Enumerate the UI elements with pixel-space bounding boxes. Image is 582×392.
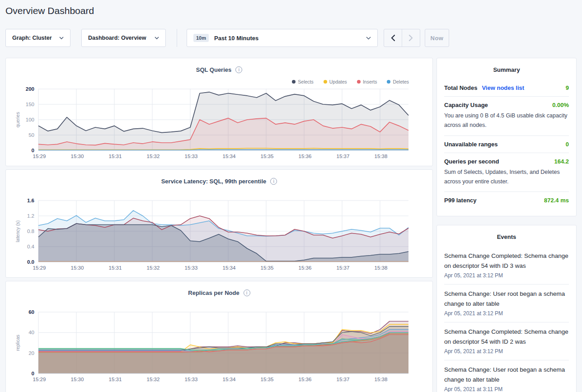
summary-description: You are using 0 B of 4.5 GiB usable disk… (444, 111, 569, 131)
service-latency-plot: 0.00.40.81.21.615:2915:3015:3115:3215:33… (6, 188, 433, 280)
summary-value: 164.2 (554, 158, 569, 165)
summary-description: Sum of Selects, Updates, Inserts, and De… (444, 168, 569, 187)
x-tick-label: 15:33 (185, 265, 198, 271)
x-tick-label: 15:32 (147, 377, 160, 382)
y-tick-label: 0.8 (27, 229, 34, 234)
x-tick-label: 15:32 (147, 154, 160, 159)
x-tick-label: 15:36 (299, 154, 312, 159)
x-tick-label: 15:36 (299, 265, 312, 271)
summary-panel: Summary Total Nodes View nodes list 9 Ca… (436, 58, 577, 216)
chevron-down-icon (155, 37, 159, 39)
events-panel: Events Schema Change Completed: Schema c… (436, 225, 577, 392)
chart-title: Service Latency: SQL, 99th percentile (161, 178, 267, 185)
summary-title: Summary (444, 66, 569, 73)
x-tick-label: 15:38 (375, 265, 388, 271)
x-tick-label: 15:37 (337, 154, 350, 159)
y-tick-label: 0.4 (27, 244, 35, 249)
chart-svg: 020406015:2915:3015:3115:3215:3315:3415:… (6, 299, 433, 392)
x-tick-label: 15:34 (223, 154, 236, 159)
summary-label: Total Nodes (444, 84, 477, 91)
info-icon[interactable]: i (270, 178, 277, 185)
x-tick-label: 15:29 (33, 377, 46, 382)
chart-title: Replicas per Node (188, 289, 239, 296)
page-title: Overview Dashboard (5, 5, 94, 16)
series-line-Deletes (38, 150, 408, 150)
y-tick-label: 0.0 (27, 259, 34, 265)
now-button[interactable]: Now (425, 29, 449, 47)
y-axis-label: replicas (15, 335, 20, 351)
graph-dropdown-label: Graph: Cluster (12, 35, 52, 41)
x-tick-label: 15:34 (223, 377, 236, 382)
x-tick-label: 15:30 (71, 377, 84, 382)
summary-label: P99 latency (444, 197, 477, 204)
summary-row-capacity-usage: Capacity Usage 0.00% You are using 0 B o… (444, 97, 569, 135)
event-timestamp: Apr 05, 2021 at 3:11 PM (444, 386, 569, 392)
x-tick-label: 15:37 (337, 265, 350, 271)
y-tick-label: 150 (26, 102, 34, 107)
summary-value: 0 (566, 141, 569, 148)
event-list-item[interactable]: Schema Change Completed: Schema change o… (444, 247, 569, 284)
event-list-item[interactable]: Schema Change: User root began a schema … (444, 285, 569, 322)
summary-row-queries-per-second: Queries per second 164.2 Sum of Selects,… (444, 153, 569, 192)
summary-row-p99-latency: P99 latency 872.4 ms (444, 192, 569, 209)
summary-row-unavailable-ranges: Unavailable ranges 0 (444, 136, 569, 153)
x-tick-label: 15:33 (185, 377, 198, 382)
replicas-per-node-chart-card: Replicas per Node i 020406015:2915:3015:… (5, 281, 433, 392)
event-list-item[interactable]: Schema Change Completed: Schema change o… (444, 322, 569, 360)
time-range-label: Past 10 Minutes (214, 35, 366, 42)
dashboard-toolbar: Graph: Cluster Dashboard: Overview 10m P… (0, 29, 582, 47)
y-axis-label: queries (15, 112, 20, 127)
y-tick-label: 40 (28, 330, 34, 335)
next-time-range-button[interactable] (402, 29, 420, 47)
toolbar-divider (177, 29, 177, 47)
event-timestamp: Apr 05, 2021 at 3:12 PM (444, 348, 569, 355)
x-tick-label: 15:38 (375, 377, 388, 382)
summary-label: Queries per second (444, 158, 499, 165)
service-latency-chart-card: Service Latency: SQL, 99th percentile i … (5, 169, 433, 278)
event-timestamp: Apr 05, 2021 at 3:12 PM (444, 310, 569, 317)
graph-dropdown[interactable]: Graph: Cluster (5, 29, 70, 47)
chevron-right-icon (409, 35, 413, 41)
summary-label: Unavailable ranges (444, 141, 498, 148)
x-tick-label: 15:32 (147, 265, 160, 271)
chart-title: SQL Queries (196, 66, 232, 73)
dashboard-dropdown-label: Dashboard: Overview (88, 35, 146, 41)
event-list-item[interactable]: Schema Change: User root began a schema … (444, 360, 569, 392)
chevron-left-icon (391, 35, 395, 41)
event-text: Schema Change Completed: Schema change o… (444, 251, 569, 271)
y-axis-label: latency (s) (15, 220, 20, 242)
previous-time-range-button[interactable] (384, 29, 402, 47)
summary-value: 872.4 ms (544, 197, 569, 204)
x-tick-label: 15:37 (337, 377, 350, 382)
event-text: Schema Change: User root began a schema … (444, 289, 569, 309)
x-tick-label: 15:38 (375, 154, 388, 159)
sql-queries-chart-card: SQL Queries i Selects Updates Inserts De… (5, 58, 433, 166)
x-tick-label: 15:35 (261, 154, 274, 159)
info-icon[interactable]: i (235, 66, 242, 73)
event-text: Schema Change: User root began a schema … (444, 365, 569, 385)
x-tick-label: 15:36 (299, 377, 312, 382)
x-tick-label: 15:30 (71, 154, 84, 159)
y-tick-label: 60 (28, 309, 34, 315)
time-range-picker[interactable]: 10m Past 10 Minutes (187, 29, 378, 47)
y-tick-label: 100 (26, 117, 34, 122)
chart-svg: 05010015020015:2915:3015:3115:3215:3315:… (6, 76, 433, 169)
summary-value: 0.00% (552, 102, 569, 108)
y-tick-label: 200 (26, 86, 34, 92)
view-nodes-list-link[interactable]: View nodes list (482, 84, 524, 91)
event-text: Schema Change Completed: Schema change o… (444, 327, 569, 347)
x-tick-label: 15:31 (109, 154, 122, 159)
time-step-button-group (384, 29, 420, 47)
chevron-down-icon (366, 37, 371, 40)
dashboard-dropdown[interactable]: Dashboard: Overview (81, 29, 166, 47)
y-tick-label: 0 (32, 148, 34, 153)
sql-queries-plot: 05010015020015:2915:3015:3115:3215:3315:… (6, 76, 433, 169)
x-tick-label: 15:33 (185, 154, 198, 159)
info-icon[interactable]: i (244, 289, 250, 296)
events-title: Events (444, 233, 569, 240)
y-tick-label: 1.2 (27, 213, 34, 219)
x-tick-label: 15:34 (223, 265, 236, 271)
replicas-per-node-plot: 020406015:2915:3015:3115:3215:3315:3415:… (6, 299, 433, 392)
y-tick-label: 20 (28, 350, 34, 356)
time-range-badge: 10m (193, 34, 209, 42)
